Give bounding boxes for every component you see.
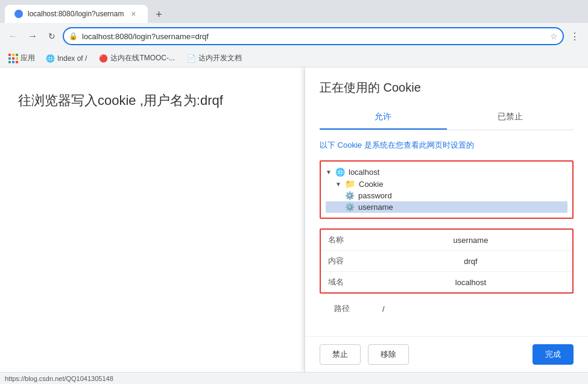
bookmark-dev-docs[interactable]: 📄 达内开发文档	[182, 52, 247, 65]
status-bar: https://blog.csdn.net/QQ1041305148	[0, 372, 588, 384]
apps-label: 应用	[21, 53, 35, 63]
browser-window: localhost:8080/login?usernam × + ← → ↻ 🔒…	[0, 0, 588, 384]
cookie-body: 以下 Cookie 是系统在您查看此网页时设置的 ▼ 🌐 localhost ▼…	[305, 130, 588, 336]
cookie-tree: ▼ 🌐 localhost ▼ 📁 Cookie ⚙️ password	[320, 160, 574, 219]
bookmark-label-1: Index of /	[57, 54, 87, 63]
bookmark-label-3: 达内开发文档	[198, 53, 242, 63]
active-tab[interactable]: localhost:8080/login?usernam ×	[5, 5, 148, 23]
tab-blocked[interactable]: 已禁止	[447, 105, 574, 130]
done-button[interactable]: 完成	[533, 344, 574, 365]
toolbar: ← → ↻ 🔒 ☆ ⋮	[0, 23, 588, 49]
apps-icon	[8, 54, 18, 63]
tree-item-password[interactable]: ⚙️ password	[326, 190, 567, 201]
bookmarks-bar: 应用 🌐 Index of / 🔴 达内在线TMOOC-... 📄 达内开发文档	[0, 49, 588, 68]
content-area: 往浏览器写入cookie ,用户名为:drqf 正在使用的 Cookie 允许 …	[0, 68, 588, 372]
cookie-panel: 正在使用的 Cookie 允许 已禁止 以下 Cookie 是系统在您查看此网页…	[305, 68, 588, 372]
detail-value-content: drqf	[376, 257, 565, 266]
tab-bar: localhost:8080/login?usernam × +	[0, 0, 588, 23]
address-bar-container: 🔒 ☆	[63, 27, 564, 45]
tree-item-username[interactable]: ⚙️ username	[326, 201, 567, 213]
cookie-tabs: 允许 已禁止	[320, 105, 574, 130]
bookmark-star-icon[interactable]: ☆	[550, 31, 558, 41]
tab-favicon	[14, 10, 23, 18]
refresh-button[interactable]: ↻	[43, 28, 60, 45]
new-tab-button[interactable]: +	[150, 6, 167, 23]
lock-icon: 🔒	[69, 32, 78, 40]
tab-allow[interactable]: 允许	[320, 105, 447, 130]
tree-host[interactable]: ▼ 🌐 localhost	[326, 166, 567, 178]
path-label: 路径	[334, 303, 382, 314]
remove-button[interactable]: 移除	[368, 344, 409, 365]
host-icon: 🌐	[335, 168, 345, 177]
toolbar-icons: ⋮	[566, 28, 583, 45]
bookmark-label-2: 达内在线TMOOC-...	[110, 53, 175, 63]
tree-cookie-folder[interactable]: ▼ 📁 Cookie	[326, 178, 567, 190]
cookie-header: 正在使用的 Cookie 允许 已禁止	[305, 68, 588, 130]
tree-label-username: username	[358, 203, 393, 212]
detail-label-name: 名称	[328, 234, 376, 245]
bookmark-favicon-1: 🌐	[46, 54, 55, 63]
cookie-icon-password: ⚙️	[345, 191, 355, 200]
tree-label-password: password	[358, 191, 392, 200]
bookmark-index[interactable]: 🌐 Index of /	[41, 53, 92, 64]
tab-title: localhost:8080/login?usernam	[28, 10, 124, 18]
cookie-footer: 禁止 移除 完成	[305, 336, 588, 372]
tab-close-button[interactable]: ×	[128, 9, 138, 19]
detail-label-content: 内容	[328, 256, 376, 266]
apps-button[interactable]: 应用	[5, 52, 39, 65]
detail-row-content: 内容 drqf	[321, 251, 572, 272]
tree-arrow-host: ▼	[326, 169, 332, 175]
folder-icon: 📁	[345, 179, 355, 189]
cookie-path-row: 路径 /	[320, 301, 574, 316]
detail-value-name: username	[376, 236, 565, 245]
ban-button[interactable]: 禁止	[320, 344, 361, 365]
bookmark-favicon-2: 🔴	[99, 54, 108, 63]
tree-folder-label: Cookie	[359, 180, 383, 189]
detail-value-domain: localhost	[376, 278, 565, 287]
tree-host-label: localhost	[349, 168, 379, 177]
detail-row-name: 名称 username	[321, 230, 572, 251]
bookmark-favicon-3: 📄	[187, 54, 196, 63]
cookie-subtitle: 以下 Cookie 是系统在您查看此网页时设置的	[320, 140, 574, 151]
extensions-button[interactable]: ⋮	[566, 28, 583, 45]
cookie-panel-title: 正在使用的 Cookie	[320, 80, 574, 96]
detail-row-domain: 域名 localhost	[321, 272, 572, 292]
cookie-details: 名称 username 内容 drqf 域名 localhost	[320, 228, 574, 294]
address-bar[interactable]	[63, 27, 564, 45]
back-button[interactable]: ←	[5, 28, 22, 45]
path-value: /	[382, 304, 385, 313]
forward-button[interactable]: →	[24, 28, 41, 45]
bookmark-tmooc[interactable]: 🔴 达内在线TMOOC-...	[94, 52, 180, 65]
tree-arrow-folder: ▼	[335, 181, 341, 187]
detail-label-domain: 域名	[328, 277, 376, 288]
cookie-icon-username: ⚙️	[345, 203, 355, 212]
status-url: https://blog.csdn.net/QQ1041305148	[5, 375, 113, 382]
